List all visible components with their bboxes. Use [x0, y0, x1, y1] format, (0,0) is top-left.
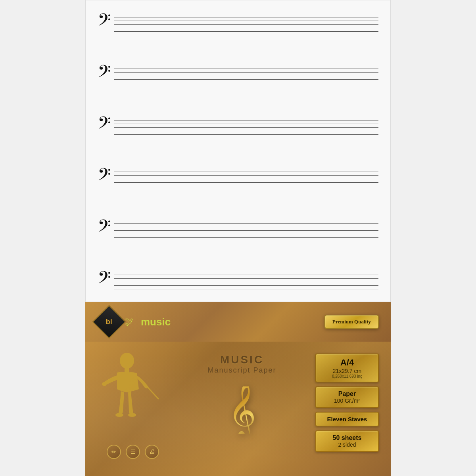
- staff-group-6: 𝄢: [98, 266, 378, 298]
- pages-icon-circle: ☰: [126, 445, 140, 459]
- premium-quality-badge: Premium Quality: [324, 315, 379, 329]
- treble-clef-gold: 𝄞: [228, 386, 256, 434]
- center-section: MUSIC Manuscript Paper 𝄞: [177, 350, 307, 476]
- staff-line: [114, 76, 378, 76]
- main-container: 𝄢 𝄢: [85, 0, 391, 476]
- staff-line: [114, 120, 378, 120]
- staff-row-6: 𝄢: [98, 266, 378, 298]
- staff-group-5: 𝄢: [98, 214, 378, 246]
- logo-bird-icon: 🕊: [125, 317, 134, 327]
- staff-line: [114, 282, 378, 282]
- staff-line: [114, 79, 378, 80]
- spec-paper-secondary: 100 Gr./m²: [320, 398, 374, 404]
- staff-group-2: 𝄢: [98, 60, 378, 92]
- staff-line: [114, 31, 378, 32]
- staff-row-4: 𝄢: [98, 163, 378, 195]
- music-title: MUSIC: [220, 354, 264, 366]
- staff-line: [114, 186, 378, 186]
- logo-diamond: bi: [92, 305, 126, 339]
- staff-line: [114, 124, 378, 124]
- staff-group-1: 𝄢: [98, 8, 378, 40]
- staff-row-1: 𝄢: [98, 8, 378, 40]
- bass-clef-1: 𝄢: [98, 12, 111, 32]
- staff-row-2: 𝄢: [98, 60, 378, 92]
- conductor-figure: [101, 350, 165, 437]
- staff-line: [114, 127, 378, 128]
- logo-music-text: music: [141, 316, 171, 328]
- logo-bi-text: bi: [106, 318, 112, 326]
- staff-line: [114, 234, 378, 234]
- staff-line: [114, 175, 378, 176]
- spec-size-tertiary: 8,268x11,693 inç: [320, 374, 374, 379]
- bass-clef-2: 𝄢: [98, 63, 111, 84]
- back-cover-section: ✏ ☰ 🖨 MUSIC Manuscript Paper 𝄞 A/4 21x29…: [85, 342, 391, 476]
- staff-line: [114, 172, 378, 172]
- staff-line: [114, 131, 378, 131]
- spec-paper-primary: Paper: [320, 390, 374, 398]
- svg-line-3: [148, 388, 159, 399]
- staff-lines-3: [114, 120, 378, 135]
- staff-line: [114, 275, 378, 275]
- staff-line: [114, 230, 378, 231]
- staff-line: [114, 21, 378, 21]
- staff-line: [114, 83, 378, 83]
- staff-lines-5: [114, 223, 378, 238]
- staff-group-3: 𝄢: [98, 111, 378, 143]
- spec-box-sheets: 50 sheets 2 sided: [315, 430, 379, 452]
- staff-lines-2: [114, 69, 378, 83]
- brand-strip: bi 🕊 music Premium Quality: [85, 302, 391, 342]
- staff-line: [114, 289, 378, 289]
- staff-row-3: 𝄢: [98, 111, 378, 143]
- manuscript-subtitle: Manuscript Paper: [207, 366, 276, 375]
- right-section: A/4 21x29.7 cm 8,268x11,693 inç Paper 10…: [315, 350, 379, 476]
- logo-diamond-inner: bi: [106, 318, 112, 326]
- spec-staves-primary: Eleven Staves: [320, 416, 374, 422]
- bass-clef-3: 𝄢: [98, 115, 111, 136]
- svg-point-4: [115, 413, 123, 417]
- staff-line: [114, 237, 378, 238]
- staff-line: [114, 285, 378, 286]
- staff-lines-6: [114, 275, 378, 289]
- logo-right: 🕊 music: [125, 316, 171, 328]
- staff-line: [114, 72, 378, 73]
- spec-size-primary: A/4: [320, 357, 374, 368]
- svg-rect-1: [125, 368, 129, 373]
- spec-box-staves: Eleven Staves: [315, 412, 379, 426]
- svg-point-5: [128, 413, 136, 417]
- svg-point-2: [102, 382, 107, 386]
- staff-line: [114, 28, 378, 28]
- staff-line: [114, 223, 378, 224]
- staff-line: [114, 24, 378, 25]
- staff-line: [114, 182, 378, 183]
- bass-clef-4: 𝄢: [98, 166, 111, 187]
- spec-box-size: A/4 21x29.7 cm 8,268x11,693 inç: [315, 354, 379, 382]
- staff-line: [114, 134, 378, 135]
- print-icon-circle: 🖨: [145, 445, 159, 459]
- staff-line: [114, 227, 378, 227]
- spec-sheets-primary: 50 sheets: [320, 434, 374, 442]
- conductor-svg: [101, 350, 165, 437]
- pencil-icon-circle: ✏: [107, 445, 121, 459]
- svg-point-0: [120, 353, 134, 369]
- staff-lines-4: [114, 172, 378, 186]
- spec-sheets-secondary: 2 sided: [320, 442, 374, 448]
- staff-line: [114, 278, 378, 279]
- bass-clef-5: 𝄢: [98, 218, 111, 239]
- spec-size-secondary: 21x29.7 cm: [320, 368, 374, 374]
- logo-container: bi 🕊 music: [97, 310, 171, 334]
- staff-line: [114, 179, 378, 179]
- left-section: ✏ ☰ 🖨: [97, 350, 169, 476]
- bass-clef-6: 𝄢: [98, 270, 111, 290]
- bottom-icons: ✏ ☰ 🖨: [107, 445, 159, 459]
- staff-line: [114, 17, 378, 17]
- spec-box-paper: Paper 100 Gr./m²: [315, 386, 379, 408]
- staff-line: [114, 69, 378, 69]
- staff-lines-1: [114, 17, 378, 32]
- music-paper-section: 𝄢 𝄢: [85, 0, 391, 302]
- staff-group-4: 𝄢: [98, 163, 378, 195]
- staff-row-5: 𝄢: [98, 214, 378, 246]
